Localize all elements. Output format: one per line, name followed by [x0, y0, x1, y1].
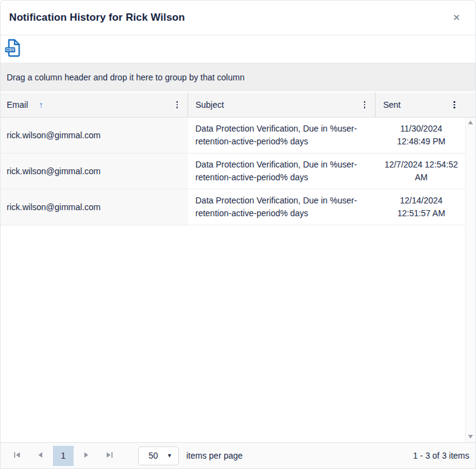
page-number-1[interactable]: 1	[53, 446, 74, 466]
table-row[interactable]: rick.wilson@gimmal.com Data Protection V…	[1, 153, 475, 189]
group-drop-hint: Drag a column header and drop it here to…	[7, 72, 245, 82]
cell-sent: 12/7/2024 12:54:52 AM	[376, 153, 466, 189]
vertical-scrollbar[interactable]	[465, 118, 475, 442]
cell-sent: 12/14/2024 12:51:57 AM	[376, 189, 466, 225]
column-menu-email[interactable]	[174, 97, 181, 112]
cell-email: rick.wilson@gimmal.com	[1, 118, 188, 153]
scroll-up-icon[interactable]	[468, 121, 473, 124]
cell-subject: Data Protection Verification, Due in %us…	[188, 118, 376, 153]
cell-email: rick.wilson@gimmal.com	[1, 153, 188, 189]
close-button[interactable]: ✕	[449, 10, 464, 26]
grid-toolbar: CSV	[1, 35, 475, 63]
cell-sent: 11/30/2024 12:48:49 PM	[376, 118, 466, 153]
grid-body: rick.wilson@gimmal.com Data Protection V…	[1, 118, 475, 442]
items-per-page-label: items per page	[186, 451, 243, 460]
last-page-button[interactable]	[99, 446, 120, 466]
chevron-down-icon: ▼	[167, 453, 172, 459]
close-icon: ✕	[453, 12, 461, 23]
column-header-email[interactable]: Email ↑	[1, 93, 187, 117]
column-label-sent: Sent	[383, 100, 401, 110]
pager-range-label: 1 - 3 of 3 items	[413, 451, 469, 460]
previous-page-icon	[37, 451, 44, 460]
first-page-icon	[13, 451, 21, 460]
group-drop-panel[interactable]: Drag a column header and drop it here to…	[1, 63, 475, 93]
column-menu-sent[interactable]	[451, 97, 458, 112]
notification-history-dialog: Notification History for Rick Wilson ✕ C…	[0, 0, 476, 469]
cell-subject: Data Protection Verification, Due in %us…	[188, 189, 376, 225]
cell-email: rick.wilson@gimmal.com	[1, 189, 188, 225]
next-page-button[interactable]	[76, 446, 97, 466]
grid-header-row: Email ↑ Subject Sent	[1, 93, 475, 118]
page-size-dropdown[interactable]: 50 ▼	[138, 446, 179, 465]
column-header-subject[interactable]: Subject	[187, 93, 375, 117]
table-row[interactable]: rick.wilson@gimmal.com Data Protection V…	[1, 118, 475, 153]
cell-subject: Data Protection Verification, Due in %us…	[188, 153, 376, 189]
first-page-button[interactable]	[7, 446, 27, 466]
column-header-sent[interactable]: Sent	[375, 93, 465, 117]
column-label-email: Email	[7, 100, 28, 110]
previous-page-button[interactable]	[30, 446, 51, 466]
last-page-icon	[106, 451, 113, 460]
svg-text:CSV: CSV	[6, 48, 15, 52]
table-row[interactable]: rick.wilson@gimmal.com Data Protection V…	[1, 189, 475, 225]
grid-pager: 1 50 ▼ items per page 1 - 3 of 3 items	[1, 442, 475, 468]
column-label-subject: Subject	[195, 100, 224, 110]
column-menu-subject[interactable]	[362, 97, 368, 112]
sort-ascending-icon: ↑	[39, 100, 43, 110]
next-page-icon	[83, 451, 90, 460]
scroll-down-icon[interactable]	[468, 435, 473, 439]
export-csv-button[interactable]: CSV	[4, 38, 22, 60]
dialog-titlebar: Notification History for Rick Wilson ✕	[1, 1, 475, 35]
csv-file-icon: CSV	[4, 38, 22, 60]
dialog-title: Notification History for Rick Wilson	[9, 12, 185, 24]
page-size-value: 50	[149, 451, 158, 460]
header-scrollbar-spacer	[465, 93, 475, 117]
